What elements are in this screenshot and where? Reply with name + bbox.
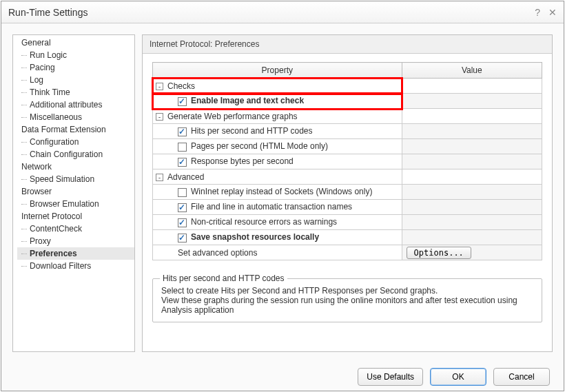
- value-cell: [402, 215, 542, 230]
- property-group[interactable]: -Generate Web performance graphs: [153, 109, 402, 124]
- property-label: Save snapshot resources locally: [191, 232, 319, 242]
- tree-item[interactable]: Think Time: [17, 86, 134, 99]
- checkbox[interactable]: [178, 158, 187, 167]
- property-label: Enable Image and text check: [191, 96, 304, 105]
- description-box: Hits per second and HTTP codes Select to…: [152, 278, 542, 322]
- collapse-icon[interactable]: -: [156, 174, 163, 181]
- dialog-body: GeneralRun LogicPacingLogThink TimeAddit…: [1, 23, 564, 363]
- tree-item[interactable]: Proxy: [17, 235, 134, 247]
- checkbox[interactable]: [178, 97, 187, 106]
- property-group[interactable]: -Checks: [153, 79, 402, 94]
- value-cell: [402, 124, 542, 139]
- runtime-settings-dialog: Run-Time Settings ? ✕ GeneralRun LogicPa…: [1, 1, 564, 391]
- description-title: Hits per second and HTTP codes: [160, 274, 287, 283]
- properties-table: Property Value -ChecksEnable Image and t…: [152, 62, 542, 260]
- tree-category[interactable]: Internet Protocol: [17, 210, 134, 223]
- property-row[interactable]: Save snapshot resources locally: [153, 230, 402, 245]
- value-cell: [402, 79, 542, 94]
- use-defaults-button[interactable]: Use Defaults: [358, 368, 423, 386]
- tree-category[interactable]: Browser: [17, 185, 134, 198]
- dialog-footer: Use Defaults OK Cancel: [1, 363, 564, 391]
- dialog-title: Run-Time Settings: [8, 7, 88, 18]
- group-label: Checks: [167, 81, 195, 91]
- value-cell: [402, 154, 542, 169]
- tree-item[interactable]: Configuration: [17, 136, 134, 148]
- value-cell: [402, 230, 542, 245]
- tree-item[interactable]: Miscellaneous: [17, 111, 134, 123]
- value-cell: Options...: [402, 245, 542, 260]
- group-label: Generate Web performance graphs: [167, 112, 298, 121]
- options-button[interactable]: Options...: [407, 247, 471, 259]
- checkbox[interactable]: [178, 218, 187, 227]
- panel-header: Internet Protocol: Preferences: [143, 35, 552, 54]
- value-cell: [402, 200, 542, 215]
- collapse-icon[interactable]: -: [156, 83, 163, 90]
- property-label: File and line in automatic transaction n…: [191, 202, 352, 212]
- content-panel: Internet Protocol: Preferences Property …: [142, 34, 553, 352]
- col-value: Value: [402, 63, 542, 79]
- property-row[interactable]: Set advanced options: [153, 245, 402, 260]
- tree-item[interactable]: Browser Emulation: [17, 198, 134, 210]
- property-label: Non-critical resource errors as warnings: [191, 217, 337, 227]
- checkbox[interactable]: [178, 203, 187, 212]
- value-cell: [402, 185, 542, 200]
- tree-item[interactable]: Pacing: [17, 61, 134, 74]
- value-cell: [402, 94, 542, 109]
- property-label: Set advanced options: [178, 248, 257, 258]
- tree-item[interactable]: Preferences: [17, 247, 134, 260]
- checkbox[interactable]: [178, 143, 187, 152]
- group-label: Advanced: [167, 172, 204, 182]
- titlebar: Run-Time Settings ? ✕: [1, 1, 564, 23]
- checkbox[interactable]: [178, 127, 187, 136]
- property-label: Pages per second (HTML Mode only): [191, 141, 328, 151]
- checkbox[interactable]: [178, 188, 187, 197]
- property-row[interactable]: WinInet replay instead of Sockets (Windo…: [153, 185, 402, 200]
- collapse-icon[interactable]: -: [156, 113, 163, 121]
- tree-item[interactable]: Download Filters: [17, 260, 134, 272]
- tree-item[interactable]: Chain Configuration: [17, 148, 134, 161]
- tree-item[interactable]: Run Logic: [17, 49, 134, 61]
- tree-item[interactable]: Additional attributes: [17, 99, 134, 111]
- tree-category[interactable]: General: [17, 37, 134, 49]
- property-label: WinInet replay instead of Sockets (Windo…: [191, 187, 372, 196]
- close-icon[interactable]: ✕: [548, 7, 557, 18]
- property-row[interactable]: Response bytes per second: [153, 154, 402, 169]
- value-cell: [402, 109, 542, 124]
- property-label: Hits per second and HTTP codes: [191, 126, 313, 136]
- value-cell: [402, 139, 542, 154]
- category-tree: GeneralRun LogicPacingLogThink TimeAddit…: [12, 34, 135, 352]
- tree-item[interactable]: Speed Simulation: [17, 173, 134, 185]
- value-cell: [402, 169, 542, 185]
- help-icon[interactable]: ?: [535, 7, 540, 18]
- property-row[interactable]: Hits per second and HTTP codes: [153, 124, 402, 139]
- checkbox[interactable]: [178, 234, 187, 243]
- property-label: Response bytes per second: [191, 156, 294, 166]
- property-row[interactable]: Non-critical resource errors as warnings: [153, 215, 402, 230]
- cancel-button[interactable]: Cancel: [493, 368, 550, 386]
- tree-item[interactable]: Log: [17, 74, 134, 86]
- property-row[interactable]: Enable Image and text check: [153, 94, 402, 109]
- property-row[interactable]: Pages per second (HTML Mode only): [153, 139, 402, 154]
- window-controls: ? ✕: [535, 7, 557, 18]
- description-text: Select to create Hits per Second and HTT…: [161, 286, 533, 315]
- tree-category[interactable]: Data Format Extension: [17, 123, 134, 136]
- col-property: Property: [153, 63, 402, 79]
- tree-item[interactable]: ContentCheck: [17, 223, 134, 235]
- tree-category[interactable]: Network: [17, 161, 134, 173]
- ok-button[interactable]: OK: [430, 368, 486, 386]
- property-row[interactable]: File and line in automatic transaction n…: [153, 200, 402, 215]
- property-group[interactable]: -Advanced: [153, 169, 402, 185]
